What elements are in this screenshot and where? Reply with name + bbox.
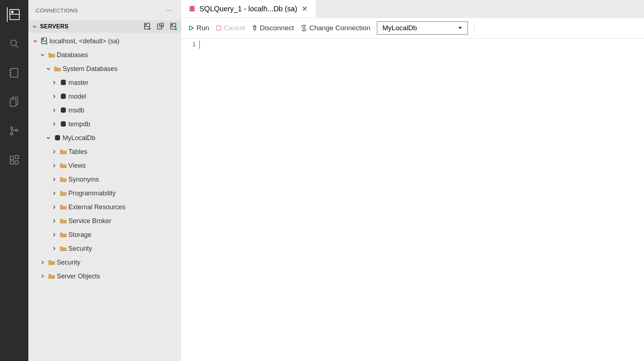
svg-rect-45	[60, 191, 63, 192]
tab-sqlquery1[interactable]: SQLQuery_1 - localh...Db (sa) ✕	[181, 0, 316, 17]
database-select[interactable]: MyLocalDb	[377, 21, 468, 35]
folder-icon	[47, 259, 57, 265]
activity-search-icon[interactable]	[7, 36, 21, 51]
tree-label: External Resources	[68, 203, 181, 211]
sidebar-header: CONNECTIONS ···	[28, 0, 181, 20]
tree-service-broker[interactable]: Service Broker	[28, 214, 181, 228]
tree-db-msdb[interactable]: msdb	[28, 103, 181, 117]
folder-icon	[47, 273, 57, 279]
tree-storage[interactable]: Storage	[28, 228, 181, 242]
activity-notebook-icon[interactable]	[7, 66, 21, 80]
tree-label: Storage	[68, 231, 181, 239]
tree-label: localhost, <default> (sa)	[49, 37, 181, 45]
svg-point-54	[189, 10, 195, 12]
play-icon	[188, 25, 194, 31]
tree-system-databases[interactable]: System Databases	[28, 62, 181, 76]
svg-point-12	[11, 133, 13, 135]
tree-label: msdb	[68, 107, 181, 114]
svg-rect-16	[15, 161, 18, 164]
chevron-right-icon	[52, 232, 57, 237]
server-tree: localhost, <default> (sa) Databases Syst…	[28, 33, 181, 285]
tree-server[interactable]: localhost, <default> (sa)	[28, 34, 181, 48]
tree-label: master	[68, 79, 181, 87]
tree-synonyms[interactable]: Synonyms	[28, 172, 181, 186]
chevron-right-icon	[52, 205, 57, 210]
tree-label: MyLocalDb	[63, 134, 181, 142]
chevron-down-icon	[46, 66, 51, 71]
svg-point-33	[45, 43, 48, 45]
tree-label: System Databases	[63, 65, 181, 73]
new-connection-icon[interactable]	[143, 23, 151, 31]
tree-label: model	[68, 93, 181, 100]
tree-db-mylocaldb[interactable]: MyLocalDb	[28, 131, 181, 145]
disconnect-button[interactable]: Disconnect	[252, 24, 294, 32]
svg-rect-31	[42, 39, 44, 40]
sql-editor[interactable]: 1	[181, 39, 644, 361]
svg-rect-10	[10, 99, 16, 106]
folder-icon	[58, 190, 68, 196]
chevron-down-icon	[33, 39, 38, 44]
tree-external-resources[interactable]: External Resources	[28, 200, 181, 214]
tree-db-model[interactable]: model	[28, 90, 181, 103]
svg-point-29	[175, 28, 177, 31]
chevron-right-icon	[52, 80, 57, 85]
code-area[interactable]	[199, 39, 644, 361]
more-actions-icon[interactable]: ···	[164, 5, 174, 16]
tree-label: Security	[68, 245, 181, 253]
tree-label: Tables	[68, 148, 181, 156]
chevron-down-icon	[32, 24, 37, 29]
database-icon	[58, 79, 68, 86]
tree-security-db[interactable]: Security	[28, 242, 181, 255]
svg-point-3	[11, 40, 16, 46]
cancel-button[interactable]: Cancel	[216, 24, 245, 32]
svg-rect-19	[145, 24, 147, 25]
activity-extensions-icon[interactable]	[7, 153, 21, 167]
tree-views[interactable]: Views	[28, 159, 181, 172]
svg-rect-46	[60, 205, 63, 206]
server-icon	[39, 37, 49, 45]
database-icon	[52, 135, 63, 141]
line-number: 1	[181, 41, 196, 48]
database-icon	[58, 107, 68, 114]
active-connections-icon[interactable]	[170, 23, 178, 31]
activity-explorer-icon[interactable]	[7, 95, 21, 109]
tree-server-objects[interactable]: Server Objects	[28, 269, 181, 283]
folder-icon	[58, 176, 68, 182]
chevron-right-icon	[52, 149, 57, 154]
database-icon	[58, 93, 68, 100]
svg-rect-17	[15, 155, 19, 159]
database-stack-icon	[188, 5, 196, 12]
folder-icon	[58, 218, 68, 224]
new-group-icon[interactable]	[156, 23, 164, 31]
chevron-right-icon	[52, 218, 57, 223]
activity-source-control-icon[interactable]	[7, 124, 21, 138]
tree-db-master[interactable]: master	[28, 76, 181, 90]
folder-icon	[52, 66, 63, 72]
sidebar-title: CONNECTIONS	[36, 7, 78, 13]
close-icon[interactable]: ✕	[301, 4, 309, 13]
activity-connections-icon[interactable]	[7, 7, 21, 22]
chevron-right-icon	[52, 122, 57, 127]
tree-tables[interactable]: Tables	[28, 145, 181, 159]
line-number-gutter: 1	[181, 39, 199, 361]
svg-rect-42	[60, 150, 63, 151]
tree-programmability[interactable]: Programmability	[28, 186, 181, 200]
chevron-down-icon	[46, 135, 51, 140]
plug-icon	[252, 25, 258, 31]
tree-label: Databases	[57, 51, 181, 59]
run-button[interactable]: Run	[188, 24, 209, 32]
database-icon	[58, 121, 68, 127]
svg-rect-35	[54, 67, 57, 68]
tab-bar: SQLQuery_1 - localh...Db (sa) ✕	[181, 0, 644, 18]
svg-rect-27	[171, 24, 173, 25]
folder-icon	[58, 204, 68, 210]
change-connection-button[interactable]: Change Connection	[301, 24, 370, 32]
tree-databases[interactable]: Databases	[28, 48, 181, 62]
tree-security-server[interactable]: Security	[28, 255, 181, 269]
chevron-right-icon	[52, 163, 57, 168]
chevron-right-icon	[52, 191, 57, 196]
tree-label: tempdb	[68, 120, 181, 128]
servers-section-header[interactable]: SERVERS	[28, 20, 181, 33]
tree-db-tempdb[interactable]: tempdb	[28, 117, 181, 131]
svg-rect-59	[303, 27, 305, 29]
